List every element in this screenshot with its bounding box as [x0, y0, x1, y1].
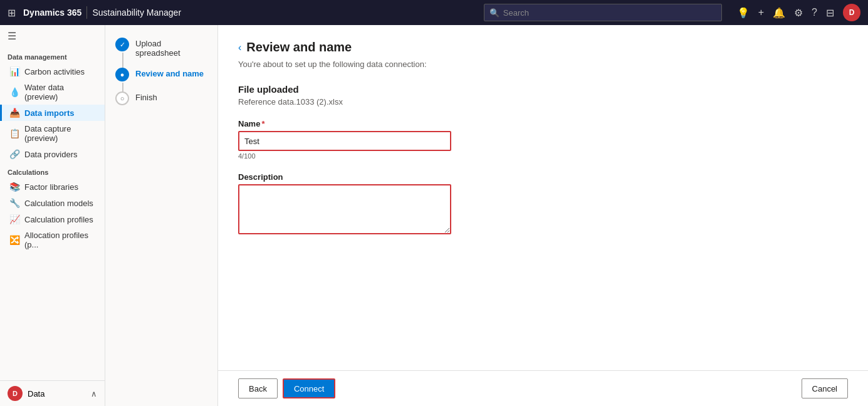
calculation-profiles-label: Calculation profiles — [24, 215, 93, 224]
back-arrow-icon[interactable]: ‹ — [238, 42, 241, 53]
data-providers-icon: 🔗 — [9, 149, 19, 159]
description-field-label: Description — [238, 172, 848, 182]
allocation-profiles-label: Allocation profiles (p... — [24, 231, 97, 249]
sidebar-item-data-providers[interactable]: 🔗 Data providers — [0, 146, 105, 162]
sidebar-item-carbon-activities[interactable]: 📊 Carbon activities — [0, 63, 105, 80]
water-data-icon: 💧 — [9, 87, 19, 97]
brand: Dynamics 365 Sustainability Manager — [23, 6, 181, 19]
step-label-finish: Finish — [135, 91, 157, 102]
calculation-profiles-icon: 📈 — [9, 214, 19, 224]
sidebar-item-data-capture[interactable]: 📋 Data capture (preview) — [0, 121, 105, 146]
data-imports-label: Data imports — [24, 108, 74, 118]
file-uploaded-section: File uploaded Reference data.1033 (2).xl… — [238, 84, 848, 107]
name-field-label: Name* — [238, 119, 848, 128]
plus-icon[interactable]: + — [758, 7, 764, 18]
data-capture-icon: 📋 — [9, 128, 19, 138]
app-grid-icon[interactable]: ⊞ — [8, 7, 16, 19]
step-label-review: Review and name — [135, 68, 204, 78]
sidebar-footer-chevron-icon: ∧ — [91, 389, 97, 398]
user-avatar[interactable]: D — [843, 4, 860, 21]
step-circle-finish: ○ — [115, 91, 129, 105]
data-imports-icon: 📥 — [9, 108, 19, 118]
brand-dynamics-label: Dynamics 365 — [23, 8, 81, 18]
back-button[interactable]: Back — [238, 378, 278, 398]
description-textarea[interactable] — [238, 184, 451, 234]
sidebar-footer-label: Data — [28, 389, 44, 398]
sidebar-item-water-data[interactable]: 💧 Water data (preview) — [0, 80, 105, 105]
factor-libraries-label: Factor libraries — [24, 182, 78, 192]
allocation-profiles-icon: 🔀 — [9, 235, 19, 245]
factor-libraries-icon: 📚 — [9, 182, 19, 192]
step-review-and-name: ● Review and name — [115, 68, 207, 81]
help-icon[interactable]: ? — [812, 7, 817, 18]
data-providers-label: Data providers — [24, 150, 78, 159]
gear-icon[interactable]: ⚙ — [794, 7, 803, 19]
top-navigation: ⊞ Dynamics 365 Sustainability Manager 🔍 … — [0, 0, 868, 25]
top-nav-icons: 💡 + 🔔 ⚙ ? ⊟ D — [737, 4, 860, 21]
sidebar-footer-avatar: D — [8, 386, 23, 401]
search-bar[interactable]: 🔍 — [484, 4, 722, 21]
data-management-section-label: Data management — [0, 47, 105, 63]
form-area: ‹ Review and name You're about to set up… — [218, 25, 868, 406]
calculation-models-icon: 🔧 — [9, 198, 19, 208]
lightbulb-icon[interactable]: 💡 — [737, 7, 750, 19]
name-required-indicator: * — [261, 119, 264, 128]
search-input[interactable] — [503, 8, 716, 18]
main-layout: ☰ Data management 📊 Carbon activities 💧 … — [0, 25, 868, 406]
water-data-label: Water data (preview) — [24, 83, 97, 102]
sidebar-item-data-imports[interactable]: 📥 Data imports — [0, 105, 105, 121]
nav-divider — [86, 6, 87, 19]
sidebar-item-calculation-profiles[interactable]: 📈 Calculation profiles — [0, 211, 105, 227]
form-footer: Back Connect Cancel — [218, 370, 868, 406]
name-char-count: 4/100 — [238, 152, 848, 160]
sidebar-hamburger-icon[interactable]: ☰ — [0, 25, 105, 47]
sidebar-item-factor-libraries[interactable]: 📚 Factor libraries — [0, 179, 105, 195]
wizard-steps-panel: ✓ Upload spreadsheet ● Review and name ○… — [105, 25, 218, 406]
sidebar-item-allocation-profiles[interactable]: 🔀 Allocation profiles (p... — [0, 227, 105, 252]
page-header: ‹ Review and name — [238, 40, 848, 55]
step-circle-review: ● — [115, 68, 129, 81]
carbon-activities-label: Carbon activities — [24, 67, 85, 76]
calculation-models-label: Calculation models — [24, 199, 93, 208]
panels-icon[interactable]: ⊟ — [826, 7, 834, 19]
name-field-section: Name* 4/100 — [238, 119, 848, 160]
sidebar-item-calculation-models[interactable]: 🔧 Calculation models — [0, 195, 105, 211]
step-circle-upload: ✓ — [115, 38, 129, 51]
page-subtitle: You're about to set up the following dat… — [238, 60, 848, 69]
app-name-label: Sustainability Manager — [92, 8, 181, 18]
step-label-upload: Upload spreadsheet — [135, 38, 207, 58]
content-area: ✓ Upload spreadsheet ● Review and name ○… — [105, 25, 868, 406]
file-name: Reference data.1033 (2).xlsx — [238, 97, 848, 107]
sidebar-footer[interactable]: D Data ∧ — [0, 380, 105, 406]
step-finish: ○ Finish — [115, 91, 207, 105]
sidebar: ☰ Data management 📊 Carbon activities 💧 … — [0, 25, 105, 406]
bell-icon[interactable]: 🔔 — [773, 7, 785, 19]
step-upload-spreadsheet: ✓ Upload spreadsheet — [115, 38, 207, 58]
connect-button[interactable]: Connect — [283, 378, 335, 398]
search-icon: 🔍 — [489, 8, 499, 18]
carbon-activities-icon: 📊 — [9, 66, 19, 76]
data-capture-label: Data capture (preview) — [24, 124, 97, 143]
page-title: Review and name — [246, 40, 352, 55]
cancel-button[interactable]: Cancel — [802, 378, 848, 398]
calculations-section-label: Calculations — [0, 162, 105, 179]
name-input[interactable] — [238, 131, 451, 151]
description-field-section: Description — [238, 172, 848, 236]
file-uploaded-label: File uploaded — [238, 84, 848, 95]
